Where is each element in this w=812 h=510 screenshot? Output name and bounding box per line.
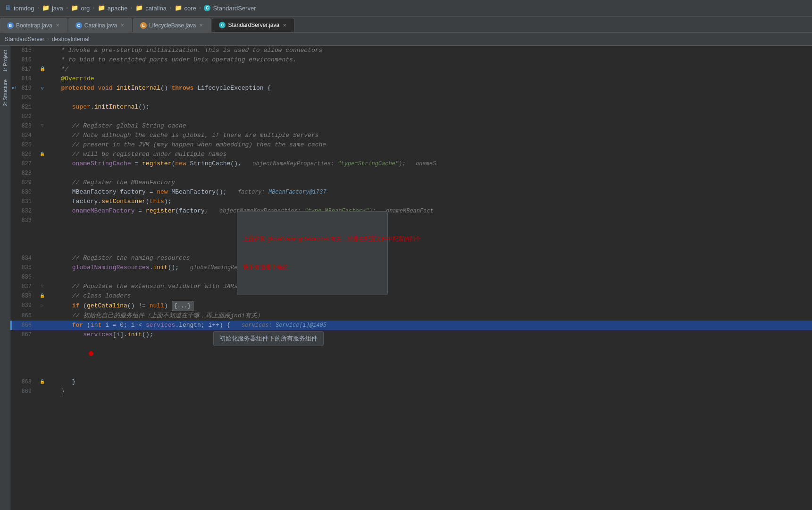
current-line-marker [10,321,12,330]
table-row: 816 * to bind to restricted ports under … [10,55,812,65]
tab-label-catalina: Catalina.java [84,22,117,29]
tab-bootstrap[interactable]: B Bootstrap.java ✕ [0,18,67,32]
side-panel-label-structure[interactable]: 2: Structure [2,77,8,108]
table-row: 869 } [10,387,812,396]
close-bootstrap-tab[interactable]: ✕ [55,22,60,28]
tab-lifecyclebase[interactable]: L LifecycleBase.java ✕ [133,18,211,32]
table-row: 815 * Invoke a pre-startup initializatio… [10,46,812,55]
table-row: 827 onameStringCache = register(new Stri… [10,159,812,169]
side-panel: 1: Project 2: Structure [0,46,10,510]
tab-catalina[interactable]: C Catalina.java ✕ [68,18,132,32]
tab-label-lifecyclebase: LifecycleBase.java [149,22,196,29]
red-dot-867 [89,351,93,356]
table-row: 839 ▷ if (getCatalina() != null) {...} [10,301,812,311]
table-row: 837 ▽ // Populate the extension validato… [10,282,812,291]
table-row: 867 services[i].init(); 初始化服务器组件下的所有服务组件 [10,330,812,377]
code-lines: 815 * Invoke a pre-startup initializatio… [10,46,812,396]
tabs-bar: B Bootstrap.java ✕ C Catalina.java ✕ L L… [0,17,812,33]
table-row: 823 ▽ // Register global String cache [10,121,812,131]
table-row: 868 🔒 } [10,377,812,387]
breadcrumb-folder-icon3: 📁 [98,4,105,12]
tab-icon-standardserver: C [219,22,226,28]
breadcrumb-folder-icon5: 📁 [175,4,182,12]
services-tooltip: 初始化服务器组件下的所有服务组件 [213,331,324,346]
tab-icon-bootstrap: B [7,22,14,29]
breadcrumb-core[interactable]: core [184,5,196,12]
breadcrumb-org[interactable]: org [81,5,90,12]
table-row: 829 // Register the MBeanFactory [10,178,812,187]
fold-icon-839[interactable]: ▷ [41,301,43,311]
table-row: 820 [10,93,812,102]
breadcrumb-class-icon: C [204,5,210,11]
table-row: 831 factory.setContainer(this); [10,197,812,206]
table-row: 821 super.initInternal(); [10,102,812,112]
table-row: 830 MBeanFactory factory = new MBeanFact… [10,187,812,197]
tab-icon-lifecyclebase: L [140,22,147,29]
table-row: 818 @Override [10,74,812,84]
table-row: 825 // present in the JVM (may happen wh… [10,140,812,150]
breadcrumb-bar: 🖥 tomdog › 📁 java › 📁 org › 📁 apache › 📁… [0,0,812,17]
table-row: 836 [10,272,812,282]
lock-icon-826: 🔒 [40,150,45,159]
lock-icon-868: 🔒 [40,377,45,387]
tab-icon-catalina: C [75,22,82,29]
breadcrumb-java[interactable]: java [52,5,63,12]
fold-icon-837[interactable]: ▽ [41,282,43,291]
tab-standardserver[interactable]: C StandardServer.java ✕ [212,18,294,32]
tooltip-line2: 我不知道是干啥的 [243,263,382,272]
table-row: 865 // 初始化自己的服务组件（上面不知道在干嘛，再上面跟jndi有关） [10,311,812,321]
table-row: 838 🔒 // class loaders [10,291,812,301]
file-path-bar: StandardServer › destroyInternal [0,33,812,46]
table-row: 822 [10,112,812,121]
breadcrumb-standardserver[interactable]: StandardServer [213,5,256,12]
tab-label-bootstrap: Bootstrap.java [16,22,52,29]
table-row: 866 for (int i = 0; i < services.length;… [10,321,812,330]
breadcrumb-tomdog[interactable]: tomdog [14,5,34,12]
collapsed-block[interactable]: {...} [172,301,193,311]
table-row: 826 🔒 // will be registered under multip… [10,150,812,159]
project-icon: 🖥 [5,4,11,12]
table-row: 833 上面的和 globalNamingResources 有关，就是在配置文… [10,216,812,254]
breadcrumb-folder-icon4: 📁 [135,4,143,12]
breadcrumb-catalina[interactable]: catalina [145,5,167,12]
table-row: 817 🔒 */ [10,65,812,74]
breadcrumb-apache[interactable]: apache [108,5,128,12]
table-row: ●↑ 819 ▽ protected void initInternal() t… [10,84,812,93]
side-panel-label-project[interactable]: 1: Project [2,48,8,74]
file-path-method[interactable]: destroyInternal [52,36,89,42]
close-catalina-tab[interactable]: ✕ [119,22,125,28]
close-standardserver-tab[interactable]: ✕ [282,22,287,28]
table-row: 832 onameMBeanFactory = register(factory… [10,206,812,216]
lock-icon: 🔒 [40,65,45,74]
breadcrumb-folder-icon: 📁 [42,4,50,12]
table-row: 824 // Note although the cache is global… [10,131,812,140]
tooltip-line1: 上面的和 globalNamingResources 有关，就是在配置文件中配置… [243,234,382,244]
code-editor[interactable]: 815 * Invoke a pre-startup initializatio… [10,46,812,510]
lock-icon-838: 🔒 [40,291,45,301]
breadcrumb-folder-icon2: 📁 [71,4,78,12]
table-row: 834 // Register the naming resources [10,254,812,263]
fold-icon[interactable]: ▽ [41,121,43,131]
editor-wrapper: 1: Project 2: Structure 815 * Invoke a p… [0,46,812,510]
table-row: 835 globalNamingResources.init(); global… [10,263,812,272]
close-lifecyclebase-tab[interactable]: ✕ [198,22,204,28]
tooltip-popup: 上面的和 globalNamingResources 有关，就是在配置文件中配置… [237,211,388,295]
arrow-icon: ▽ [41,84,44,93]
file-path-class[interactable]: StandardServer [5,36,44,42]
tab-label-standardserver: StandardServer.java [228,22,279,28]
table-row: 828 [10,169,812,178]
